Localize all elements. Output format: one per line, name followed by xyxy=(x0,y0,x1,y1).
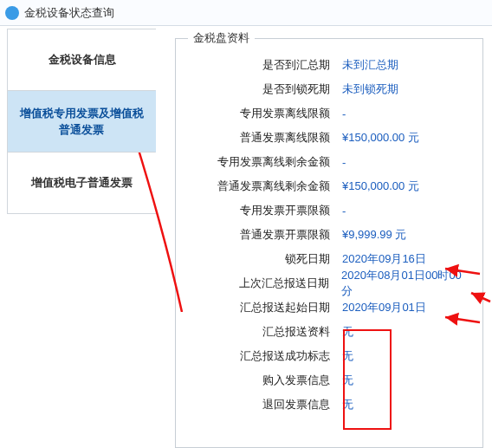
field-value: 2020年09月01日 xyxy=(342,300,426,315)
row-special-issue-limit: 专用发票开票限额- xyxy=(186,198,472,223)
row-special-offline-limit: 专用发票离线限额- xyxy=(186,101,472,126)
window-title: 金税设备状态查询 xyxy=(24,5,114,21)
row-last-report-date: 上次汇总报送日期2020年08月01日00时00分 xyxy=(186,271,472,295)
field-label: 汇总报送成功标志 xyxy=(186,348,342,364)
content-area: 金税盘资料 是否到汇总期未到汇总期 是否到锁死期未到锁死期 专用发票离线限额- … xyxy=(156,26,492,448)
field-value: - xyxy=(342,205,346,218)
field-value: 无 xyxy=(342,324,353,340)
field-value: 未到锁死期 xyxy=(342,81,398,97)
row-summary-period: 是否到汇总期未到汇总期 xyxy=(186,53,472,77)
panel-legend: 金税盘资料 xyxy=(188,30,255,46)
sidebar: 金税设备信息 增值税专用发票及增值税普通发票 增值税电子普通发票 xyxy=(0,26,156,448)
field-label: 汇总报送起始日期 xyxy=(186,300,342,315)
field-value: ¥150,000.00 元 xyxy=(342,130,419,146)
field-value: 无 xyxy=(342,397,353,412)
field-label: 普通发票离线剩余金额 xyxy=(186,179,342,194)
window-titlebar: 金税设备状态查询 xyxy=(0,0,492,26)
field-value: - xyxy=(342,107,346,120)
field-value: 未到汇总期 xyxy=(342,57,398,73)
row-report-data: 汇总报送资料无 xyxy=(186,320,472,344)
field-label: 锁死日期 xyxy=(186,251,342,267)
app-icon xyxy=(5,6,19,20)
field-label: 是否到锁死期 xyxy=(186,81,342,97)
field-value: 2020年09月16日 xyxy=(342,251,426,267)
field-label: 汇总报送资料 xyxy=(186,324,342,340)
field-label: 退回发票信息 xyxy=(186,397,342,412)
field-value: 无 xyxy=(342,348,353,364)
row-general-offline-remain: 普通发票离线剩余金额¥150,000.00 元 xyxy=(186,174,472,198)
field-value: 2020年08月01日00时00分 xyxy=(341,268,472,299)
field-label: 专用发票开票限额 xyxy=(186,203,342,218)
row-return-invoice: 退回发票信息无 xyxy=(186,393,472,417)
field-value: - xyxy=(342,156,346,169)
field-label: 是否到汇总期 xyxy=(186,57,342,73)
golden-tax-panel: 金税盘资料 是否到汇总期未到汇总期 是否到锁死期未到锁死期 专用发票离线限额- … xyxy=(175,38,483,448)
field-value: 无 xyxy=(342,373,353,388)
field-label: 专用发票离线限额 xyxy=(186,106,342,121)
field-label: 购入发票信息 xyxy=(186,373,342,388)
sidebar-item-e-invoice[interactable]: 增值税电子普通发票 xyxy=(7,152,156,214)
row-special-offline-remain: 专用发票离线剩余金额- xyxy=(186,150,472,174)
sidebar-item-vat-invoice[interactable]: 增值税专用发票及增值税普通发票 xyxy=(7,90,156,153)
row-lock-period: 是否到锁死期未到锁死期 xyxy=(186,77,472,101)
main-container: 金税设备信息 增值税专用发票及增值税普通发票 增值税电子普通发票 金税盘资料 是… xyxy=(0,26,492,448)
row-general-offline-limit: 普通发票离线限额¥150,000.00 元 xyxy=(186,126,472,150)
field-value: ¥150,000.00 元 xyxy=(342,179,419,194)
row-purchase-invoice: 购入发票信息无 xyxy=(186,368,472,393)
field-label: 专用发票离线剩余金额 xyxy=(186,154,342,170)
sidebar-item-device-info[interactable]: 金税设备信息 xyxy=(7,29,156,91)
row-report-success: 汇总报送成功标志无 xyxy=(186,344,472,368)
row-general-issue-limit: 普通发票开票限额¥9,999.99 元 xyxy=(186,223,472,247)
field-value: ¥9,999.99 元 xyxy=(342,227,406,243)
field-label: 普通发票离线限额 xyxy=(186,130,342,146)
row-report-start-date: 汇总报送起始日期2020年09月01日 xyxy=(186,295,472,320)
sidebar-item-label: 金税设备信息 xyxy=(49,51,116,68)
sidebar-item-label: 增值税电子普通发票 xyxy=(31,174,133,192)
field-label: 上次汇总报送日期 xyxy=(186,276,341,291)
sidebar-item-label: 增值税专用发票及增值税普通发票 xyxy=(16,105,146,139)
field-label: 普通发票开票限额 xyxy=(186,227,342,243)
